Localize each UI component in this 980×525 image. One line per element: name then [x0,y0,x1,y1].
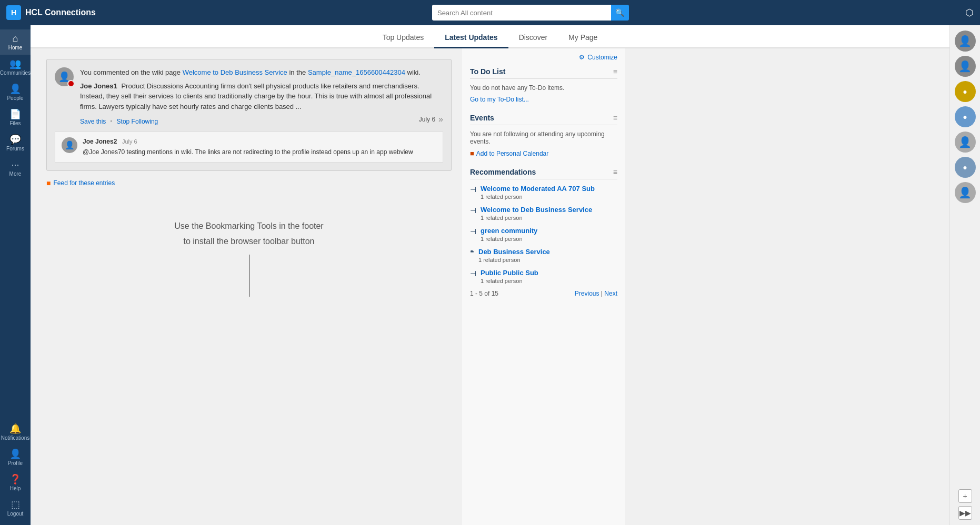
logout-icon: ⬚ [11,500,20,509]
events-empty-text: You are not following or attending any u… [470,130,617,145]
rec-link-1[interactable]: Welcome to Deb Business Service [481,206,592,214]
home-icon: ⌂ [13,34,18,43]
main-layout: 👤 You commented on the wiki page Welcome… [31,48,949,525]
update-avatar: 👤 [55,67,74,86]
add-to-calendar-link[interactable]: ■ Add to Personal Calendar [470,149,548,157]
recommendations-menu-icon[interactable]: ≡ [613,168,617,176]
events-menu-icon[interactable]: ≡ [613,114,617,122]
help-icon: ❓ [9,474,21,484]
save-this-link[interactable]: Save this [80,118,106,125]
bookmarking-line2: to install the browser toolbar button [183,237,314,246]
search-area: 🔍 [106,5,955,21]
feed-link-text: Feed for these entries [53,179,115,187]
todo-title: To Do List [470,67,505,76]
rec-content-4: Public Public Sub 1 related person [481,269,538,285]
right-sidebar: 👤 👤 ● ● 👤 ● 👤 + ▶▶ [949,25,980,525]
expand-icon[interactable]: » [438,115,443,124]
comment-avatar: 👤 [62,137,77,153]
tab-my-page[interactable]: My Page [558,28,608,48]
share-icon[interactable]: ⬡ [965,7,974,18]
rec-link-3[interactable]: Deb Business Service [478,248,550,256]
rec-sub-1: 1 related person [481,215,523,221]
recommendations-section: Recommendations ≡ ⊣ Welcome to Moderated… [470,168,617,297]
rec-item-2: ⊣ green community 1 related person [470,227,617,243]
rec-sub-4: 1 related person [481,278,523,284]
top-nav: H HCL Connections 🔍 ⬡ [0,0,980,25]
wiki-link[interactable]: Welcome to Deb Business Service [183,68,287,76]
left-sidebar: ⌂ Home 👥 Communities 👤 People 📄 Files 💬 … [0,25,31,525]
zoom-out-button[interactable]: ▶▶ [958,506,972,520]
rec-nav: Previous | Next [575,290,617,297]
search-button[interactable]: 🔍 [611,5,629,21]
tabs-bar: Top Updates Latest Updates Discover My P… [31,25,949,48]
rec-icon-4: ⊣ [470,269,476,278]
top-nav-right: ⬡ [965,7,974,18]
events-header: Events ≡ [470,114,617,125]
update-card-top: 👤 You commented on the wiki page Welcome… [55,67,443,125]
bookmarking-line1: Use the Bookmarking Tools in the footer [174,221,323,230]
rec-next-link[interactable]: Next [604,290,617,297]
rec-icon-2: ⊣ [470,227,476,236]
comment-text: @Joe Jones70 testing mentions in wiki. T… [83,147,436,157]
feed-link[interactable]: ■ Feed for these entries [46,179,452,187]
todo-list-link[interactable]: Go to my To-Do list... [470,96,617,103]
stop-following-link[interactable]: Stop Following [117,118,158,125]
forums-icon: 💬 [9,135,21,144]
comment-date: July 6 [122,138,137,145]
right-sidebar-bottom: + ▶▶ [958,489,972,520]
right-avatar-4: ● [955,106,976,127]
tab-discover[interactable]: Discover [508,28,558,48]
right-avatar-5: 👤 [955,132,976,153]
sidebar-item-people[interactable]: 👤 People [0,80,31,105]
communities-icon: 👥 [9,59,21,68]
zoom-in-button[interactable]: + [958,489,972,503]
recommendations-header: Recommendations ≡ [470,168,617,179]
sidebar-item-files[interactable]: 📄 Files [0,105,31,130]
rec-prev-link[interactable]: Previous [575,290,599,297]
rec-item-3: ❝ Deb Business Service 1 related person [470,248,617,264]
in-text: in the [289,68,307,76]
sidebar-item-more[interactable]: ··· More [0,156,31,181]
sidebar-item-communities[interactable]: 👥 Communities [0,55,31,80]
app-logo: H [6,5,21,20]
avatar-badge [67,80,75,87]
events-title: Events [470,114,494,122]
rec-link-4[interactable]: Public Public Sub [481,269,538,277]
sidebar-profile-label: Profile [8,460,23,466]
sidebar-more-label: More [9,171,22,177]
right-panel: ⚙ Customize To Do List ≡ You do not have… [462,48,625,525]
feed-icon: ■ [46,179,51,187]
sidebar-item-home[interactable]: ⌂ Home [0,29,31,55]
profile-icon: 👤 [9,449,21,459]
sidebar-item-logout[interactable]: ⬚ Logout [1,496,29,521]
right-avatar-7: 👤 [955,182,976,203]
todo-menu-icon[interactable]: ≡ [613,67,617,76]
calendar-icon: ■ [470,149,474,157]
rec-content-0: Welcome to Moderated AA 707 Sub 1 relate… [481,185,595,200]
right-avatar-6: ● [955,157,976,178]
gear-icon: ⚙ [579,54,585,61]
logo-area: H HCL Connections [6,5,96,20]
rec-link-0[interactable]: Welcome to Moderated AA 707 Sub [481,185,595,193]
notifications-icon: 🔔 [9,424,21,433]
tab-top-updates[interactable]: Top Updates [372,28,435,48]
rec-content-2: green community 1 related person [481,227,537,243]
sidebar-notifications-label: Notifications [1,435,29,441]
sidebar-files-label: Files [9,120,21,126]
right-avatar-3: ● [955,81,976,102]
rec-count: 1 - 5 of 15 [470,290,498,297]
todo-header: To Do List ≡ [470,67,617,79]
sidebar-item-forums[interactable]: 💬 Forums [0,130,31,156]
search-input[interactable] [432,5,611,21]
tab-latest-updates[interactable]: Latest Updates [434,28,508,48]
right-avatar-1: 👤 [955,31,976,52]
sidebar-item-notifications[interactable]: 🔔 Notifications [1,420,29,445]
rec-content-1: Welcome to Deb Business Service 1 relate… [481,206,592,221]
sidebar-item-help[interactable]: ❓ Help [1,470,29,496]
wiki-name-link[interactable]: Sample_name_1656600442304 [308,68,405,76]
customize-button[interactable]: ⚙ Customize [470,54,617,61]
rec-link-2[interactable]: green community [481,227,537,235]
rec-sub-0: 1 related person [481,194,523,200]
sidebar-item-profile[interactable]: 👤 Profile [1,445,29,470]
update-text: You commented on the wiki page Welcome t… [80,67,443,125]
